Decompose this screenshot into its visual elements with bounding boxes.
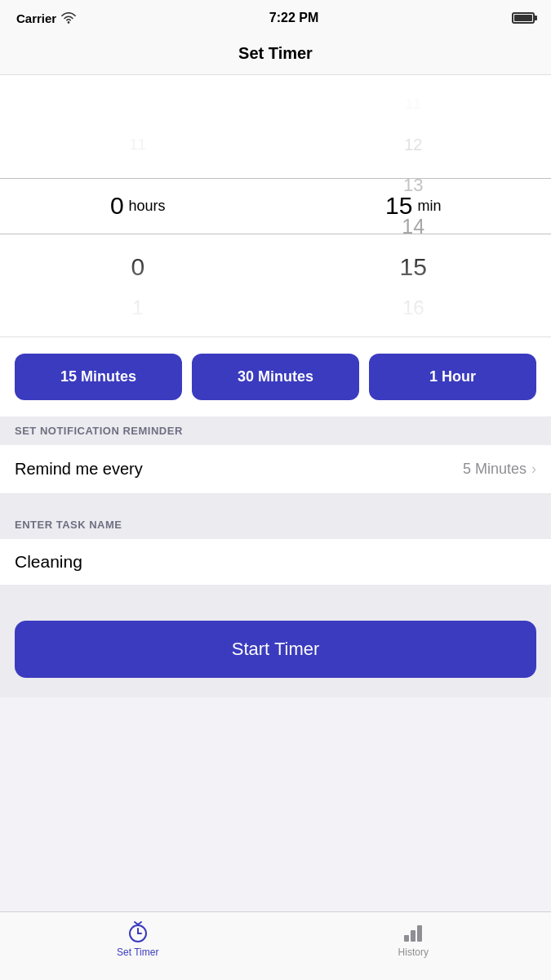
spacer-2 [0, 585, 551, 601]
picker-item [0, 83, 276, 124]
tab-history[interactable]: History [276, 920, 552, 958]
picker-item [0, 165, 276, 206]
task-name-section-header: ENTER TASK NAME [0, 510, 551, 539]
picker-hours-column[interactable]: 11 0 1 2 3 4 [0, 75, 276, 336]
tab-bar: Set Timer History [0, 911, 551, 980]
spacer [0, 494, 551, 510]
task-name-input-area[interactable]: Cleaning [0, 539, 551, 585]
task-name-value[interactable]: Cleaning [15, 552, 536, 572]
history-icon [401, 920, 425, 943]
1-hour-button[interactable]: 1 Hour [369, 354, 536, 400]
picker-hours-inner: 11 0 1 2 3 4 [0, 83, 276, 336]
svg-rect-1 [404, 935, 409, 942]
wifi-icon [61, 12, 76, 24]
battery-icon [512, 12, 535, 24]
status-carrier: Carrier [16, 11, 76, 25]
picker-item: 16 [276, 287, 552, 328]
notification-section-header: SET NOTIFICATION REMINDER [0, 416, 551, 445]
picker-item: 1 [0, 287, 276, 328]
nav-title-text: Set Timer [238, 44, 313, 62]
picker-item: 11 [0, 124, 276, 165]
picker-item: 17 [276, 328, 552, 336]
svg-rect-3 [417, 925, 422, 942]
picker-item: 14 [276, 206, 552, 247]
nav-title-bar: Set Timer [0, 36, 551, 75]
picker-mins-column[interactable]: 11 12 13 14 15 16 17 18 19 [276, 75, 552, 336]
picker-item: 11 [276, 83, 552, 124]
picker-item: 12 [276, 124, 552, 165]
picker-line-top [0, 178, 551, 179]
picker-columns: 11 0 1 2 3 4 11 12 13 14 15 16 17 18 19 [0, 75, 551, 336]
timer-icon [126, 920, 150, 943]
remind-me-row[interactable]: Remind me every 5 Minutes › [0, 445, 551, 494]
quick-buttons-row: 15 Minutes 30 Minutes 1 Hour [0, 336, 551, 416]
picker-item: 13 [276, 165, 552, 206]
tab-set-timer-label: Set Timer [117, 947, 158, 958]
remind-me-value: 5 Minutes › [463, 461, 536, 478]
15-minutes-button[interactable]: 15 Minutes [15, 354, 182, 400]
start-timer-button[interactable]: Start Timer [15, 621, 536, 678]
svg-rect-2 [411, 930, 415, 942]
tab-bar-spacer [0, 697, 551, 766]
time-picker[interactable]: 0 hours 15 min 11 0 1 2 3 4 11 [0, 75, 551, 336]
tab-set-timer[interactable]: Set Timer [0, 920, 276, 958]
status-bar: Carrier 7:22 PM [0, 0, 551, 36]
start-timer-section: Start Timer [0, 601, 551, 697]
picker-line-bottom [0, 234, 551, 234]
picker-item [0, 206, 276, 247]
chevron-right-icon: › [531, 461, 536, 478]
tab-history-label: History [398, 947, 429, 958]
status-time: 7:22 PM [269, 11, 318, 25]
status-battery [512, 12, 535, 24]
picker-mins-inner: 11 12 13 14 15 16 17 18 19 [276, 83, 552, 336]
picker-item-selected: 15 [276, 247, 552, 287]
picker-item-selected: 0 [0, 247, 276, 287]
30-minutes-button[interactable]: 30 Minutes [192, 354, 359, 400]
remind-me-label: Remind me every [15, 460, 143, 479]
picker-item: 2 [0, 328, 276, 336]
